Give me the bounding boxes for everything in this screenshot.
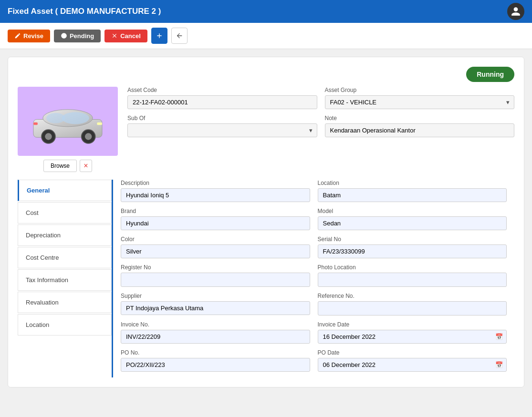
brand-model-row: Brand Model	[121, 208, 507, 230]
cancel-button[interactable]: Cancel	[104, 30, 147, 42]
color-group: Color	[121, 236, 310, 258]
asset-group-select[interactable]: FA02 - VEHICLE	[325, 95, 515, 109]
subof-select[interactable]	[127, 123, 317, 137]
desc-location-row: Description Location	[121, 180, 507, 202]
po-date-input[interactable]	[318, 358, 507, 372]
reference-no-label: Reference No.	[318, 293, 507, 299]
asset-group-label: Asset Group	[325, 87, 515, 93]
revise-button[interactable]: Revise	[8, 30, 50, 42]
bottom-section: General Cost Depreciation Cost Centre Ta…	[18, 180, 514, 377]
add-button[interactable]	[151, 28, 167, 44]
asset-group-group: Asset Group FA02 - VEHICLE	[325, 87, 515, 109]
svg-rect-10	[33, 122, 38, 124]
color-serial-row: Color Serial No	[121, 236, 507, 258]
serial-no-input[interactable]	[318, 244, 507, 258]
svg-point-3	[62, 112, 89, 124]
tab-content-general: Description Location Brand Model	[113, 180, 514, 377]
asset-group-select-wrapper: FA02 - VEHICLE	[325, 95, 515, 109]
brand-input[interactable]	[121, 216, 310, 230]
main-content: Running	[0, 49, 532, 395]
svg-point-6	[45, 133, 52, 140]
invoice-date-label: Invoice Date	[318, 321, 507, 328]
location-input[interactable]	[318, 188, 507, 202]
po-no-input[interactable]	[121, 358, 310, 372]
model-group: Model	[318, 208, 507, 230]
invoice-row: Invoice No. Invoice Date 📅	[121, 321, 507, 344]
tabs-sidebar: General Cost Depreciation Cost Centre Ta…	[18, 180, 113, 377]
top-form: Asset Code Asset Group FA02 - VEHICLE	[127, 87, 514, 143]
location-label: Location	[318, 180, 507, 186]
subof-group: Sub Of	[127, 115, 317, 137]
serial-no-group: Serial No	[318, 236, 507, 258]
tab-depreciation[interactable]: Depreciation	[18, 224, 112, 246]
image-buttons: Browse ×	[18, 160, 118, 172]
photo-location-label: Photo Location	[318, 264, 507, 271]
svg-point-4	[46, 113, 65, 123]
invoice-date-calendar-icon[interactable]: 📅	[495, 333, 503, 340]
register-no-group: Register No	[121, 264, 310, 287]
invoice-no-group: Invoice No.	[121, 321, 310, 344]
app-header: Fixed Asset ( DEMO MANUFACTURE 2 )	[0, 0, 532, 23]
svg-rect-9	[97, 122, 102, 124]
tab-general[interactable]: General	[18, 180, 112, 201]
brand-label: Brand	[121, 208, 310, 214]
pending-button[interactable]: Pending	[54, 30, 101, 42]
model-label: Model	[318, 208, 507, 214]
tab-tax-information[interactable]: Tax Information	[18, 269, 112, 291]
tab-location[interactable]: Location	[18, 314, 112, 336]
asset-code-row: Asset Code Asset Group FA02 - VEHICLE	[127, 87, 514, 109]
model-input[interactable]	[318, 216, 507, 230]
user-avatar[interactable]	[507, 3, 524, 20]
remove-image-button[interactable]: ×	[80, 160, 92, 172]
status-row: Running	[18, 67, 514, 82]
subof-select-wrapper	[127, 123, 317, 137]
invoice-no-input[interactable]	[121, 330, 310, 344]
note-group: Note	[325, 115, 515, 137]
tab-cost-centre[interactable]: Cost Centre	[18, 247, 112, 268]
invoice-date-input[interactable]	[318, 330, 507, 344]
po-no-label: PO No.	[121, 349, 310, 356]
status-badge: Running	[466, 67, 514, 82]
note-label: Note	[325, 115, 515, 122]
reference-no-group: Reference No.	[318, 293, 507, 315]
asset-code-input[interactable]	[127, 95, 317, 109]
subof-label: Sub Of	[127, 115, 317, 122]
top-section: Browse × Asset Code Asset Group FA02 - V…	[18, 87, 514, 172]
page-title: Fixed Asset ( DEMO MANUFACTURE 2 )	[8, 7, 161, 16]
supplier-input[interactable]	[121, 301, 310, 315]
asset-code-label: Asset Code	[127, 87, 317, 93]
po-date-calendar-icon[interactable]: 📅	[495, 361, 503, 368]
invoice-no-label: Invoice No.	[121, 321, 310, 328]
reference-no-input[interactable]	[318, 301, 507, 315]
supplier-group: Supplier	[121, 293, 310, 315]
location-group: Location	[318, 180, 507, 202]
serial-no-label: Serial No	[318, 236, 507, 243]
po-date-group: PO Date 📅	[318, 349, 507, 372]
invoice-date-wrapper: 📅	[318, 330, 507, 344]
asset-card: Running	[8, 57, 524, 387]
note-input[interactable]	[325, 123, 515, 137]
browse-button[interactable]: Browse	[43, 160, 77, 172]
description-group: Description	[121, 180, 310, 202]
po-date-label: PO Date	[318, 349, 507, 356]
color-input[interactable]	[121, 244, 310, 258]
description-label: Description	[121, 180, 310, 186]
subof-note-row: Sub Of Note	[127, 115, 514, 137]
register-photo-row: Register No Photo Location	[121, 264, 507, 287]
tab-cost[interactable]: Cost	[18, 202, 112, 224]
color-label: Color	[121, 236, 310, 243]
supplier-label: Supplier	[121, 293, 310, 299]
supplier-reference-row: Supplier Reference No.	[121, 293, 507, 315]
tab-revaluation[interactable]: Revaluation	[18, 292, 112, 313]
photo-location-input[interactable]	[318, 273, 507, 287]
po-no-group: PO No.	[121, 349, 310, 372]
photo-location-group: Photo Location	[318, 264, 507, 287]
svg-point-8	[85, 133, 92, 140]
register-no-label: Register No	[121, 264, 310, 271]
po-row: PO No. PO Date 📅	[121, 349, 507, 372]
register-no-input[interactable]	[121, 273, 310, 287]
brand-group: Brand	[121, 208, 310, 230]
asset-image	[18, 87, 118, 156]
description-input[interactable]	[121, 188, 310, 202]
back-button[interactable]	[171, 28, 188, 44]
